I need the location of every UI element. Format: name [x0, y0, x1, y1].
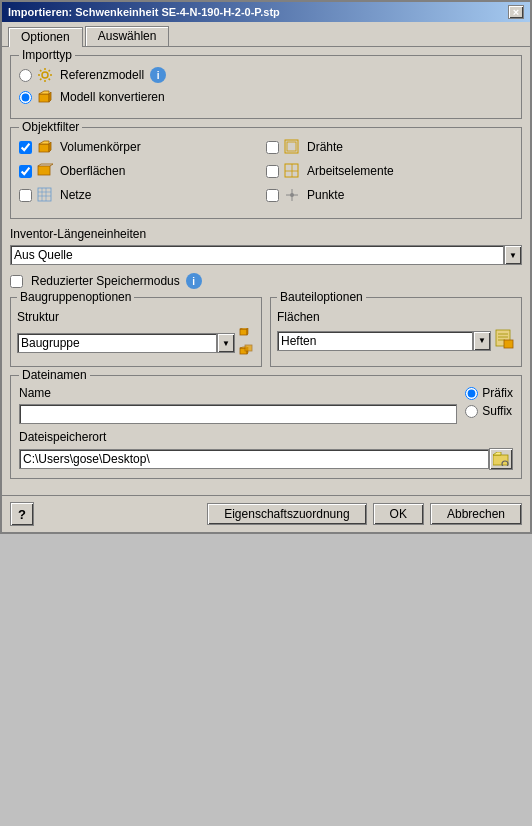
draehte-checkbox[interactable]	[266, 141, 279, 154]
svg-marker-26	[247, 328, 248, 335]
filter-row-2: Oberflächen Arbeitselemente	[19, 162, 513, 180]
dateinamen-title: Dateinamen	[19, 368, 90, 382]
name-input-area: Name	[19, 386, 457, 424]
referenzmodell-radio[interactable]	[19, 69, 32, 82]
svg-marker-5	[39, 141, 49, 144]
suffix-row: Suffix	[465, 404, 513, 418]
arbeitselemente-icon	[283, 162, 301, 180]
svg-marker-37	[493, 452, 501, 455]
filter-row-1: Volumenkörper Drähte	[19, 138, 513, 156]
svg-rect-8	[287, 142, 296, 151]
tab-optionen[interactable]: Optionen	[8, 27, 83, 47]
filter-row-3: Netze Punkte	[19, 186, 513, 204]
flaechen-icon	[495, 328, 515, 353]
praefix-radio[interactable]	[465, 387, 478, 400]
svg-marker-6	[49, 142, 51, 152]
svg-rect-9	[38, 166, 50, 175]
struktur-dropdown-arrow[interactable]: ▼	[217, 333, 235, 353]
dateispeicherort-input[interactable]	[19, 449, 489, 469]
dateinamen-content: Name Präfix Suffix	[19, 386, 513, 470]
baugruppenoptionen-group: Baugruppenoptionen Struktur ▼	[10, 297, 262, 367]
filter-col-oberflaechen: Oberflächen	[19, 162, 266, 180]
svg-rect-13	[285, 164, 298, 177]
struktur-label: Struktur	[17, 310, 255, 324]
baugruppe-icon-top	[239, 328, 255, 342]
svg-point-0	[42, 72, 48, 78]
importtyp-title: Importtyp	[19, 48, 75, 62]
punkte-checkbox[interactable]	[266, 189, 279, 202]
netze-checkbox[interactable]	[19, 189, 32, 202]
speichermodus-checkbox[interactable]	[10, 275, 23, 288]
speichermodus-label: Reduzierter Speichermodus	[31, 274, 180, 288]
flaechen-input[interactable]	[277, 331, 473, 351]
punkte-icon	[283, 186, 301, 204]
struktur-combo: ▼	[17, 333, 235, 353]
modell-konvertieren-radio[interactable]	[19, 91, 32, 104]
close-button[interactable]: ×	[508, 5, 524, 19]
flaechen-label: Flächen	[277, 310, 515, 324]
laengeneinheiten-input[interactable]	[10, 245, 504, 265]
arbeitselemente-checkbox[interactable]	[266, 165, 279, 178]
laengeneinheiten-combo: ▼	[10, 245, 522, 265]
draehte-icon	[283, 138, 301, 156]
name-label: Name	[19, 386, 457, 400]
referenzmodell-label: Referenzmodell	[60, 68, 144, 82]
window-title: Importieren: Schwenkeinheit SE-4-N-190-H…	[8, 6, 280, 18]
modell-konvertieren-label: Modell konvertieren	[60, 90, 165, 104]
baugruppe-icon-bottom	[239, 344, 255, 358]
draehte-label: Drähte	[307, 140, 343, 154]
praefix-row: Präfix	[465, 386, 513, 400]
praefix-label: Präfix	[482, 386, 513, 400]
volumenkoerper-label: Volumenkörper	[60, 140, 141, 154]
importtyp-content: Referenzmodell i Modell konvertieren	[19, 66, 513, 106]
svg-rect-16	[38, 188, 51, 201]
oberflaechen-checkbox[interactable]	[19, 165, 32, 178]
svg-rect-36	[493, 455, 508, 465]
ok-button[interactable]: OK	[373, 503, 424, 525]
bauteiloptionen-title: Bauteiloptionen	[277, 290, 366, 304]
flaechen-dropdown-arrow[interactable]: ▼	[473, 331, 491, 351]
arbeitselemente-label: Arbeitselemente	[307, 164, 394, 178]
volumenkoerper-checkbox[interactable]	[19, 141, 32, 154]
abbrechen-button[interactable]: Abbrechen	[430, 503, 522, 525]
eigenschaften-button[interactable]: Eigenschaftszuordnung	[207, 503, 366, 525]
options-two-groups: Baugruppenoptionen Struktur ▼	[10, 297, 522, 367]
svg-marker-25	[240, 328, 247, 329]
title-bar: Importieren: Schwenkeinheit SE-4-N-190-H…	[2, 2, 530, 22]
bottom-bar: ? Eigenschaftszuordnung OK Abbrechen	[2, 495, 530, 532]
name-input[interactable]	[19, 404, 457, 424]
filter-col-draehte: Drähte	[266, 138, 513, 156]
svg-marker-2	[39, 91, 49, 94]
tab-bar: Optionen Auswählen	[2, 22, 530, 47]
objektfilter-group: Objektfilter Volumenkörper	[10, 127, 522, 219]
browse-button[interactable]	[489, 448, 513, 470]
importtyp-group: Importtyp Referenzmodell i	[10, 55, 522, 119]
oberflaechen-label: Oberflächen	[60, 164, 125, 178]
suffix-radio[interactable]	[465, 405, 478, 418]
suffix-prefix-area: Präfix Suffix	[457, 386, 513, 422]
laengeneinheiten-dropdown-arrow[interactable]: ▼	[504, 245, 522, 265]
bauteiloptionen-group: Bauteiloptionen Flächen ▼	[270, 297, 522, 367]
struktur-icons	[239, 328, 255, 358]
flaechen-detail-icon	[495, 328, 515, 350]
svg-rect-24	[240, 329, 247, 335]
name-row: Name Präfix Suffix	[19, 386, 513, 424]
filter-col-arbeitselemente: Arbeitselemente	[266, 162, 513, 180]
bauteiloptionen-content: Flächen ▼	[277, 310, 515, 353]
gear-icon	[36, 66, 54, 84]
netze-icon	[36, 186, 54, 204]
filter-col-volumen: Volumenkörper	[19, 138, 266, 156]
help-button[interactable]: ?	[10, 502, 34, 526]
struktur-input[interactable]	[17, 333, 217, 353]
convert-box-icon	[36, 88, 54, 106]
svg-marker-3	[49, 92, 51, 102]
tab-auswaehlen[interactable]: Auswählen	[85, 26, 170, 46]
dateispeicherort-row	[19, 448, 513, 470]
main-window: Importieren: Schwenkeinheit SE-4-N-190-H…	[0, 0, 532, 534]
dateispeicherort-label: Dateispeicherort	[19, 430, 513, 444]
volumen-icon	[36, 138, 54, 156]
speichermodus-row: Reduzierter Speichermodus i	[10, 273, 522, 289]
referenzmodell-row: Referenzmodell i	[19, 66, 513, 84]
svg-point-23	[290, 193, 294, 197]
netze-label: Netze	[60, 188, 91, 202]
